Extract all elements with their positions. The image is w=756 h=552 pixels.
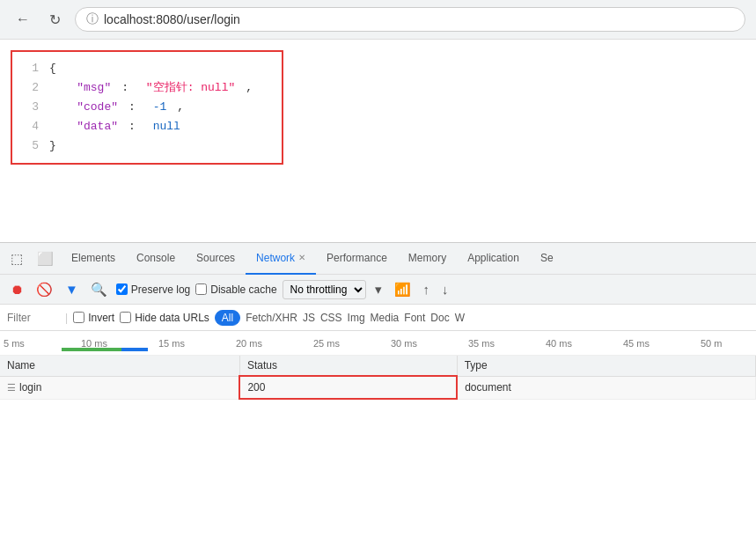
filter-media[interactable]: Media — [371, 312, 400, 324]
filter-ws[interactable]: W — [455, 312, 465, 324]
filter-fetch-xhr[interactable]: Fetch/XHR — [246, 312, 297, 324]
filter-css[interactable]: CSS — [320, 312, 342, 324]
disable-cache-label[interactable]: Disable cache — [195, 283, 276, 296]
search-button[interactable]: 🔍 — [87, 280, 111, 299]
filter-doc[interactable]: Doc — [430, 312, 449, 324]
t-30ms: 30 ms — [391, 338, 468, 349]
disable-cache-checkbox[interactable] — [195, 283, 207, 295]
invert-checkbox[interactable] — [73, 312, 84, 323]
table-row[interactable]: ☰ login 200 document — [0, 376, 756, 399]
cell-name: ☰ login — [0, 376, 239, 399]
json-line-2: 2 "msg" : "空指针: null" , — [26, 78, 268, 98]
timeline-bar — [62, 348, 167, 351]
devtools-tabs-row: ⬚ ⬜ Elements Console Sources Network ✕ P… — [0, 243, 756, 275]
json-line-3: 3 "code" : -1 , — [26, 98, 268, 117]
tab-memory[interactable]: Memory — [398, 243, 457, 275]
info-icon: ⓘ — [86, 11, 99, 27]
filter-img[interactable]: Img — [348, 312, 365, 324]
tab-elements[interactable]: Elements — [61, 243, 126, 275]
wifi-icon[interactable]: 📶 — [391, 280, 415, 299]
filter-js[interactable]: JS — [303, 312, 315, 324]
filter-all[interactable]: All — [215, 310, 240, 326]
filter-input[interactable] — [7, 312, 60, 324]
network-filter-row: | Invert Hide data URLs All Fetch/XHR JS… — [0, 305, 756, 331]
tab-network[interactable]: Network ✕ — [246, 243, 316, 275]
t-50ms: 50 m — [701, 338, 756, 349]
throttle-select[interactable]: No throttling — [283, 280, 366, 299]
url-text: localhost:8080/user/login — [104, 12, 240, 26]
browser-chrome: ← ↻ ⓘ localhost:8080/user/login — [0, 0, 756, 40]
tab-security[interactable]: Se — [530, 243, 564, 275]
t-35ms: 35 ms — [468, 338, 546, 349]
json-line-5: 5 } — [26, 136, 268, 156]
col-name[interactable]: Name — [0, 356, 239, 376]
address-bar[interactable]: ⓘ localhost:8080/user/login — [75, 7, 745, 32]
preserve-log-checkbox[interactable] — [116, 283, 128, 295]
t-25ms: 25 ms — [313, 338, 391, 349]
inspect-element-icon[interactable]: ⬚ — [4, 246, 30, 272]
download-icon[interactable]: ↓ — [438, 280, 452, 298]
cell-type: document — [457, 376, 755, 399]
tab-application[interactable]: Application — [457, 243, 530, 275]
upload-icon[interactable]: ↑ — [420, 280, 434, 298]
timeline-marks: 5 ms 10 ms 15 ms 20 ms 25 ms 30 ms 35 ms… — [0, 338, 756, 349]
tab-console[interactable]: Console — [126, 243, 186, 275]
table-header-row: Name Status Type — [0, 356, 756, 376]
t-10ms: 10 ms — [81, 338, 158, 349]
tab-sources[interactable]: Sources — [186, 243, 246, 275]
timeline-green-bar — [62, 348, 123, 351]
json-line-4: 4 "data" : null — [26, 117, 268, 136]
devtools-panel: ⬚ ⬜ Elements Console Sources Network ✕ P… — [0, 242, 756, 400]
tab-performance[interactable]: Performance — [316, 243, 398, 275]
t-15ms: 15 ms — [158, 338, 236, 349]
json-response-box: 1 { 2 "msg" : "空指针: null" , 3 "code" : -… — [11, 50, 283, 165]
timeline-blue-bar — [121, 348, 148, 351]
timeline-row: 5 ms 10 ms 15 ms 20 ms 25 ms 30 ms 35 ms… — [0, 331, 756, 356]
cell-status: 200 — [239, 376, 457, 399]
json-line-1: 1 { — [26, 59, 268, 78]
t-45ms: 45 ms — [623, 338, 701, 349]
t-20ms: 20 ms — [236, 338, 313, 349]
refresh-button[interactable]: ↻ — [44, 10, 66, 30]
preserve-log-label[interactable]: Preserve log — [116, 283, 190, 296]
device-toolbar-icon[interactable]: ⬜ — [30, 246, 61, 272]
t-5ms: 5 ms — [4, 338, 81, 349]
col-type[interactable]: Type — [457, 356, 755, 376]
doc-icon: ☰ — [7, 382, 16, 394]
throttle-dropdown-icon[interactable]: ▾ — [371, 280, 385, 299]
network-toolbar: ⏺ 🚫 ▼ 🔍 Preserve log Disable cache No th… — [0, 275, 756, 305]
back-button[interactable]: ← — [11, 10, 35, 29]
filter-icon-button[interactable]: ▼ — [62, 280, 82, 298]
hide-data-urls-checkbox[interactable] — [120, 312, 131, 323]
t-40ms: 40 ms — [546, 338, 623, 349]
network-table: Name Status Type ☰ login 200 document — [0, 356, 756, 400]
tab-network-close[interactable]: ✕ — [298, 253, 305, 262]
page-content: 1 { 2 "msg" : "空指针: null" , 3 "code" : -… — [0, 40, 756, 242]
hide-data-urls-label[interactable]: Hide data URLs — [120, 312, 209, 324]
invert-label[interactable]: Invert — [73, 312, 114, 324]
record-button[interactable]: ⏺ — [7, 280, 27, 298]
filter-font[interactable]: Font — [404, 312, 425, 324]
clear-button[interactable]: 🚫 — [33, 280, 56, 299]
col-status[interactable]: Status — [239, 356, 457, 376]
